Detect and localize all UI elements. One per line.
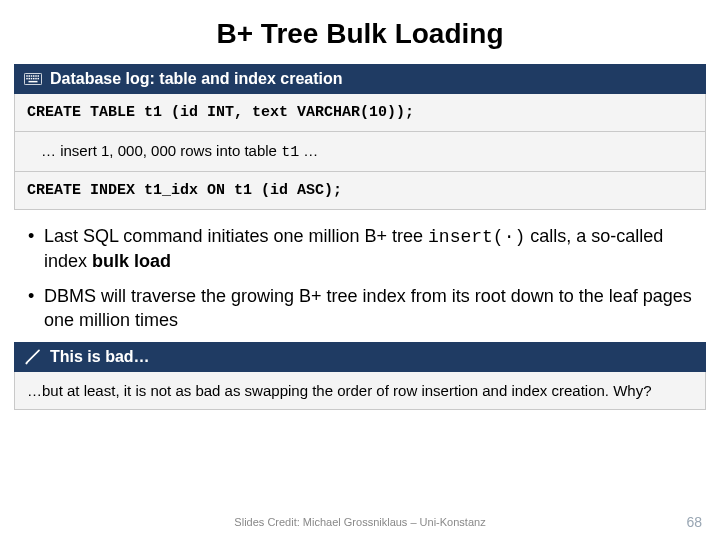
bullet-dot: •: [28, 284, 44, 333]
insert-note-table: t1: [281, 144, 299, 161]
svg-rect-13: [29, 81, 38, 83]
svg-point-14: [25, 362, 27, 364]
bullet-list: • Last SQL command initiates one million…: [28, 224, 692, 332]
sql-create-index: CREATE INDEX t1_idx ON t1 (id ASC);: [14, 172, 706, 210]
bullet1-bold: bulk load: [92, 251, 171, 271]
insert-note-suffix: …: [299, 142, 318, 159]
bullet-item-2: • DBMS will traverse the growing B+ tree…: [28, 284, 692, 333]
svg-rect-6: [38, 75, 40, 77]
bullet-text-1: Last SQL command initiates one million B…: [44, 224, 692, 274]
log-header-bar: Database log: table and index creation: [14, 64, 706, 94]
bullet-dot: •: [28, 224, 44, 274]
bullet-text-2: DBMS will traverse the growing B+ tree i…: [44, 284, 692, 333]
sql-create-table: CREATE TABLE t1 (id INT, text VARCHAR(10…: [14, 94, 706, 132]
log-header-label: Database log: table and index creation: [50, 70, 343, 88]
footer-credit: Slides Credit: Michael Grossniklaus – Un…: [0, 516, 720, 528]
svg-rect-10: [33, 78, 35, 80]
question-box: …but at least, it is not as bad as swapp…: [14, 372, 706, 410]
svg-rect-1: [26, 75, 28, 77]
svg-rect-12: [38, 78, 40, 80]
bullet1-code: insert(·): [428, 227, 525, 247]
svg-rect-3: [31, 75, 33, 77]
warning-bar: This is bad…: [14, 342, 706, 372]
svg-rect-4: [33, 75, 35, 77]
page-number: 68: [686, 514, 702, 530]
bullet1-part-a: Last SQL command initiates one million B…: [44, 226, 428, 246]
exclaim-icon: [24, 350, 42, 364]
bullet-item-1: • Last SQL command initiates one million…: [28, 224, 692, 274]
svg-rect-9: [31, 78, 33, 80]
svg-rect-8: [29, 78, 31, 80]
keyboard-icon: [24, 72, 42, 86]
slide-title: B+ Tree Bulk Loading: [0, 0, 720, 64]
svg-rect-11: [35, 78, 37, 80]
insert-note-prefix: … insert 1, 000, 000 rows into table: [41, 142, 281, 159]
svg-rect-2: [29, 75, 31, 77]
insert-note: … insert 1, 000, 000 rows into table t1 …: [14, 132, 706, 172]
svg-rect-7: [26, 78, 28, 80]
svg-rect-5: [35, 75, 37, 77]
warning-label: This is bad…: [50, 348, 150, 366]
